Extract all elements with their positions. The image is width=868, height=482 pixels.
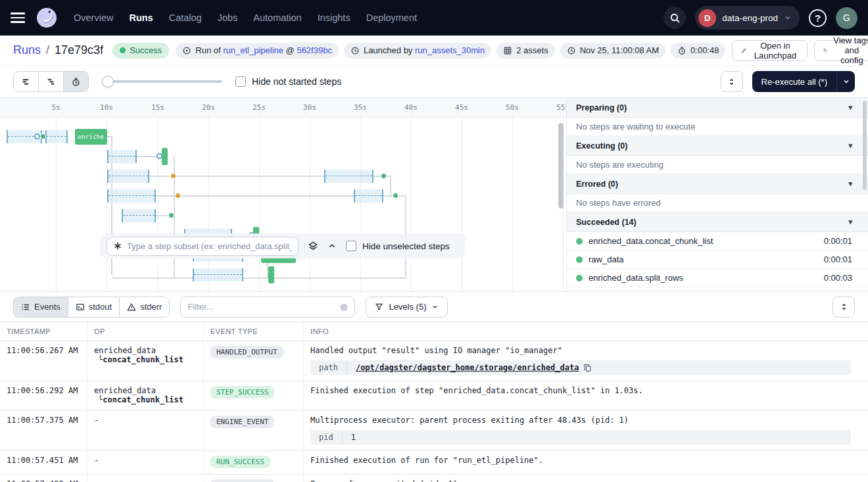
expand-collapse-button[interactable]	[721, 71, 743, 92]
flat-view-button[interactable]	[14, 72, 39, 91]
reexecute-all-button[interactable]: Re-execute all (*)	[752, 71, 855, 92]
open-launchpad-button[interactable]: Open in Launchpad	[732, 40, 807, 61]
panel-step-row[interactable]: raw_data0:00:01	[567, 251, 868, 269]
gantt-step-waiting-bar[interactable]	[107, 150, 137, 163]
breadcrumb-runs-link[interactable]: Runs	[13, 43, 41, 57]
search-icon[interactable]	[663, 7, 686, 29]
log-event-type: STEP_SUCCESS	[204, 381, 304, 410]
event-type-badge: HANDLED_OUTPUT	[210, 346, 283, 358]
gantt-step-waiting-bar[interactable]	[324, 170, 374, 183]
gantt-toolbar: Hide not started steps Re-execute all (*…	[0, 66, 868, 97]
workspace-avatar: D	[698, 9, 716, 27]
user-avatar[interactable]: G	[836, 7, 857, 29]
log-op: -	[87, 451, 204, 474]
terminal-icon	[76, 302, 85, 312]
log-expand-collapse-button[interactable]	[832, 297, 855, 318]
gantt-marker-dot[interactable]	[168, 212, 174, 218]
gantt-marker-dot[interactable]	[393, 193, 398, 199]
hide-not-started-checkbox[interactable]: Hide not started steps	[235, 76, 341, 87]
panel-step-row[interactable]: enriched_data.split_rows0:00:03	[567, 269, 868, 287]
copy-icon[interactable]	[583, 364, 592, 372]
view-tags-button[interactable]: View tags and config	[814, 40, 868, 61]
nav-item-runs[interactable]: Runs	[129, 12, 153, 23]
help-icon[interactable]: ?	[809, 9, 827, 27]
step-subset-overlay: Hide unselected steps	[100, 233, 466, 258]
gantt-step-waiting-bar[interactable]	[354, 189, 383, 203]
run-tags: Run of run_etl_pipeline @ 562f39bcLaunch…	[176, 43, 725, 59]
gantt-marker-dot[interactable]	[381, 173, 387, 179]
tab-stdout[interactable]: stdout	[68, 297, 120, 317]
levels-dropdown[interactable]: Levels (5)	[366, 297, 448, 318]
log-row[interactable]: 11:00:56.292 AMenriched_data└concat_chun…	[0, 381, 868, 411]
panel-section-title: Executing (0)	[576, 141, 628, 151]
layers-icon[interactable]	[308, 241, 318, 251]
log-row[interactable]: 11:00:56.267 AMenriched_data└concat_chun…	[0, 341, 868, 381]
run-tag-1[interactable]: Launched by run_assets_30min	[344, 43, 491, 59]
gantt-marker-dot[interactable]	[170, 173, 176, 179]
gantt-step-success-bar[interactable]	[162, 148, 168, 165]
log-event-type: RUN_SUCCESS	[204, 451, 304, 474]
tab-events[interactable]: Events	[14, 297, 68, 317]
step-duration: 0:00:03	[824, 273, 852, 283]
gantt-step-waiting-bar[interactable]	[193, 268, 243, 281]
event-type-badge: ENGINE_EVENT	[210, 416, 274, 428]
run-tag-3[interactable]: Nov 25, 11:00:08 AM	[560, 43, 665, 59]
workspace-switcher[interactable]: D data-eng-prod	[695, 6, 800, 30]
step-name: enriched_data.concat_chunk_list	[589, 236, 713, 246]
log-row[interactable]: 11:00:57.451 AM-RUN_SUCCESSFinished exec…	[0, 451, 868, 475]
nav-item-jobs[interactable]: Jobs	[218, 12, 238, 23]
panel-step-row[interactable]: enriched_data.concat_chunk_list0:00:01	[567, 232, 868, 251]
gantt-step-success-bar[interactable]	[268, 266, 274, 283]
gantt-marker-dot[interactable]	[34, 133, 40, 139]
log-filter-input[interactable]	[187, 302, 334, 312]
sort-carets-icon	[840, 302, 848, 311]
gridline	[158, 118, 158, 291]
gantt-marker-dot[interactable]	[40, 133, 46, 139]
run-tag-2[interactable]: 2 assets	[496, 43, 554, 59]
gantt-scrollbar[interactable]	[558, 123, 564, 208]
gantt-step-waiting-bar[interactable]	[107, 189, 156, 203]
tab-label: stderr	[140, 302, 162, 312]
caret-up-icon[interactable]	[327, 241, 337, 251]
reexecute-caret[interactable]	[836, 71, 855, 92]
slider-knob	[102, 76, 114, 87]
log-row[interactable]: 11:00:57.375 AM-ENGINE_EVENTMultiprocess…	[0, 411, 868, 451]
nav-item-automation[interactable]: Automation	[253, 12, 301, 23]
dagster-logo[interactable]	[36, 7, 58, 29]
log-row[interactable]: 11:00:57.489 AM-ENGINE_EVENTProcess for …	[0, 475, 868, 482]
nav-item-catalog[interactable]: Catalog	[169, 12, 202, 23]
hide-unselected-checkbox[interactable]: Hide unselected steps	[346, 241, 450, 251]
gantt-zoom-slider[interactable]	[102, 76, 222, 87]
nav-item-deployment[interactable]: Deployment	[366, 12, 417, 23]
success-dot	[576, 256, 583, 263]
panel-section-header[interactable]: Errored (0)▾	[567, 174, 868, 194]
metadata-path-link[interactable]: /opt/dagster/dagster_home/storage/enrich…	[356, 363, 579, 372]
panel-scrollbar[interactable]	[863, 101, 867, 190]
nav-item-overview[interactable]: Overview	[74, 12, 113, 23]
warning-icon	[127, 302, 136, 312]
panel-section-header[interactable]: Succeeded (14)▾	[567, 212, 868, 232]
clear-filter-icon[interactable]: ⊗	[340, 301, 349, 313]
panel-section-header[interactable]: Executing (0)▾	[567, 136, 868, 156]
checkbox-box	[346, 241, 356, 251]
run-tag-0[interactable]: Run of run_etl_pipeline @ 562f39bc	[176, 43, 339, 59]
gantt-marker-dot[interactable]	[175, 193, 181, 199]
tab-stderr[interactable]: stderr	[120, 297, 169, 317]
gantt-step-waiting-bar[interactable]	[107, 170, 149, 183]
step-subset-input[interactable]	[127, 241, 292, 251]
waterfall-view-button[interactable]	[39, 72, 64, 91]
log-toolbar: Eventsstdoutstderr ⊗ Levels (5)	[0, 291, 868, 322]
menu-icon[interactable]	[11, 12, 25, 23]
gantt-chart[interactable]: 5s10s15s20s25s30s35s40s45s50s55s enriche…	[0, 98, 567, 291]
clock-icon	[567, 46, 576, 55]
axis-tick-label: 40s	[404, 103, 418, 112]
nav-item-insights[interactable]: Insights	[318, 12, 350, 23]
panel-section-header[interactable]: Preparing (0)▾	[567, 98, 868, 118]
panel-step-row[interactable]: enriched_data.process_chunk [1]0:00:01	[567, 287, 868, 291]
gantt-step-waiting-bar[interactable]	[45, 130, 68, 143]
gantt-step-waiting-bar[interactable]	[122, 209, 156, 222]
timed-view-button[interactable]	[64, 72, 88, 91]
run-tag-4[interactable]: 0:00:48	[671, 43, 725, 59]
gantt-step-success-bar[interactable]: enriche.	[75, 129, 107, 145]
log-filter-wrap: ⊗	[180, 297, 355, 318]
